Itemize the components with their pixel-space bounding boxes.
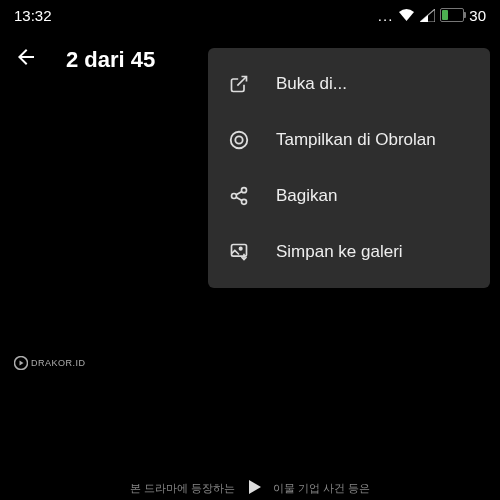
watermark-text: DRAKOR.ID — [31, 358, 86, 368]
status-time: 13:32 — [14, 7, 52, 24]
menu-label: Simpan ke galeri — [276, 242, 403, 262]
battery-icon — [440, 8, 464, 22]
svg-line-8 — [236, 191, 242, 194]
download-image-icon — [228, 241, 250, 263]
svg-point-11 — [239, 247, 242, 250]
svg-point-5 — [242, 188, 247, 193]
status-icons: ... 30 — [378, 7, 486, 24]
signal-icon — [420, 9, 435, 22]
page-title: 2 dari 45 — [66, 47, 155, 73]
menu-label: Bagikan — [276, 186, 337, 206]
menu-item-save-gallery[interactable]: Simpan ke galeri — [208, 224, 490, 280]
battery-percent: 30 — [469, 7, 486, 24]
play-icon[interactable] — [245, 478, 263, 498]
watermark-logo-icon — [14, 356, 28, 370]
context-menu: Buka di... Tampilkan di Obrolan Bagikan … — [208, 48, 490, 288]
back-icon[interactable] — [14, 45, 38, 76]
menu-item-show-in-chat[interactable]: Tampilkan di Obrolan — [208, 112, 490, 168]
share-icon — [228, 185, 250, 207]
wifi-icon — [398, 8, 415, 22]
watermark: DRAKOR.ID — [14, 356, 86, 370]
more-dots-icon: ... — [378, 7, 394, 24]
menu-item-open-in[interactable]: Buka di... — [208, 56, 490, 112]
subtitle-text-left: 본 드라마에 등장하는 — [130, 481, 235, 496]
eye-icon — [228, 129, 250, 151]
svg-point-6 — [232, 194, 237, 199]
open-external-icon — [228, 73, 250, 95]
svg-point-7 — [242, 199, 247, 204]
menu-label: Buka di... — [276, 74, 347, 94]
status-bar: 13:32 ... 30 — [0, 0, 500, 30]
subtitle-text-right: 이물 기업 사건 등은 — [273, 481, 370, 496]
svg-line-9 — [236, 197, 242, 200]
video-subtitle: 본 드라마에 등장하는 이물 기업 사건 등은 — [0, 478, 500, 498]
svg-point-4 — [235, 136, 242, 143]
menu-item-share[interactable]: Bagikan — [208, 168, 490, 224]
svg-point-3 — [231, 132, 248, 149]
menu-label: Tampilkan di Obrolan — [276, 130, 436, 150]
